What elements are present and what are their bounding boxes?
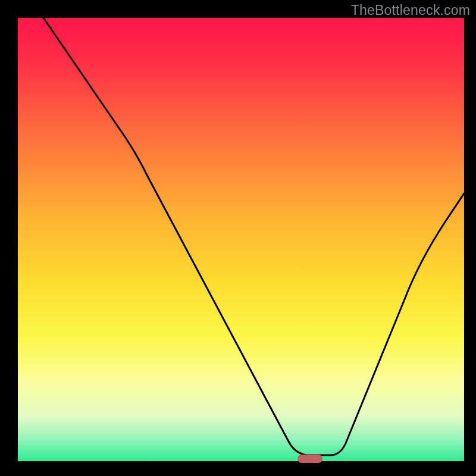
gradient-background — [18, 18, 464, 461]
watermark-text: TheBottleneck.com — [351, 2, 470, 18]
bottleneck-plot — [0, 0, 476, 476]
optimum-marker — [298, 455, 322, 463]
chart-frame: TheBottleneck.com — [0, 0, 476, 476]
